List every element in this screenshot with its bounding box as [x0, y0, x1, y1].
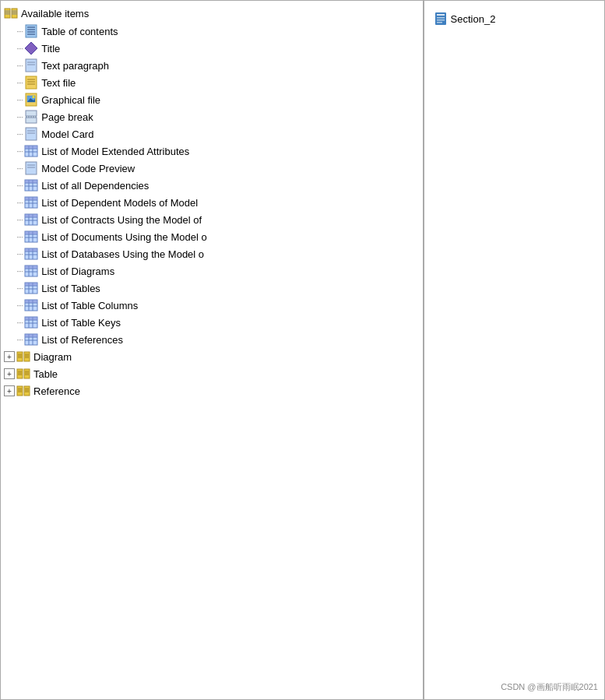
tree-indent-dots: ···· [16, 318, 23, 327]
item-label-reference: Reference [33, 385, 80, 397]
grid-blue-list-table-columns-icon [24, 298, 38, 312]
tree-item-text-paragraph[interactable]: ····Text paragraph [1, 57, 423, 74]
item-label-text-paragraph: Text paragraph [41, 60, 109, 72]
expander-diagram[interactable]: + [4, 351, 15, 362]
tree-indent-dots: ···· [16, 301, 23, 310]
svg-rect-1 [12, 9, 17, 18]
svg-rect-55 [25, 197, 37, 200]
tree-indent-dots: ···· [16, 26, 23, 36]
tree-indent-dots: ···· [16, 283, 23, 293]
doc-lines-table-of-contents-icon [24, 24, 38, 38]
tree-indent-dots: ···· [16, 146, 23, 156]
doc-yellow-text-file-icon [24, 76, 38, 90]
grid-blue-list-tables-icon [24, 281, 38, 295]
tree-item-table[interactable]: +Table [1, 365, 423, 382]
item-label-list-table-columns: List of Table Columns [41, 300, 138, 311]
tree-item-diagram[interactable]: +Diagram [1, 348, 423, 365]
svg-marker-13 [25, 42, 37, 55]
item-label-model-card: Model Card [41, 128, 93, 140]
root-item: Available items [1, 4, 423, 23]
tree-item-list-contracts[interactable]: ····List of Contracts Using the Model of [1, 211, 423, 228]
tree-indent-dots: ···· [16, 44, 23, 53]
item-label-list-diagrams: List of Diagrams [41, 266, 114, 277]
expander-table[interactable]: + [4, 368, 15, 379]
page-break-page-break-icon [24, 110, 38, 124]
item-label-list-tables: List of Tables [41, 283, 100, 294]
svg-rect-113 [24, 369, 30, 378]
svg-rect-67 [25, 231, 37, 234]
svg-rect-103 [25, 334, 37, 337]
svg-rect-61 [25, 214, 37, 217]
item-label-list-references: List of References [41, 334, 123, 346]
grid-blue-list-documents-icon [24, 230, 38, 244]
tree-indent-dots: ···· [16, 266, 23, 276]
tree-item-page-break[interactable]: ····Page break [1, 108, 423, 125]
tree-item-list-documents[interactable]: ····List of Documents Using the Model o [1, 228, 423, 245]
tree-item-list-databases[interactable]: ····List of Databases Using the Model o [1, 245, 423, 262]
tree-item-list-diagrams[interactable]: ····List of Diagrams [1, 262, 423, 280]
svg-rect-26 [26, 118, 37, 123]
tree-item-list-table-keys[interactable]: ····List of Table Keys [1, 314, 423, 331]
tree-indent-dots: ···· [16, 129, 23, 139]
svg-rect-17 [26, 76, 37, 89]
item-label-table: Table [33, 368, 58, 380]
tree-item-list-tables[interactable]: ····List of Tables [1, 280, 423, 297]
item-label-list-table-keys: List of Table Keys [41, 317, 121, 329]
tree-item-list-model-ext-attr[interactable]: ····List of Model Extended Attributes [1, 142, 423, 160]
book-open-icon [4, 6, 18, 20]
grid-blue-list-diagrams-icon [24, 264, 38, 278]
expander-reference[interactable]: + [4, 385, 15, 396]
purple-gem-title-icon [24, 41, 38, 55]
svg-rect-97 [25, 317, 37, 320]
svg-rect-41 [26, 162, 37, 174]
tree-item-model-code-preview[interactable]: ····Model Code Preview [1, 160, 423, 177]
tree-item-title[interactable]: ····Title [1, 40, 423, 57]
section-item[interactable]: Section_2 [431, 10, 598, 27]
item-label-model-code-preview: Model Code Preview [41, 163, 135, 174]
tree-item-reference[interactable]: +Reference [1, 382, 423, 399]
tree-item-graphical-file[interactable]: ····Graphical file [1, 91, 423, 108]
tree-indent-dots: ···· [16, 335, 23, 344]
book-open-icon [16, 384, 30, 398]
svg-point-24 [33, 96, 35, 98]
watermark-text: CSDN @画船听雨眠2021 [501, 681, 598, 693]
item-label-list-dep-models: List of Dependent Models of Model [41, 197, 198, 209]
item-label-title: Title [41, 43, 60, 55]
tree-item-text-file[interactable]: ····Text file [1, 74, 423, 91]
doc-blue-model-code-preview-icon [24, 161, 38, 175]
tree-item-table-of-contents[interactable]: ····Table of contents [1, 23, 423, 40]
item-label-table-of-contents: Table of contents [41, 26, 118, 37]
book-open-icon [16, 367, 30, 381]
item-label-page-break: Page break [41, 111, 93, 123]
tree-item-list-table-columns[interactable]: ····List of Table Columns [1, 297, 423, 314]
tree-item-list-all-deps[interactable]: ····List of all Dependencies [1, 177, 423, 194]
tree-indent-dots: ···· [16, 198, 23, 207]
tree-items-container: ····Table of contents····Title····Text p… [1, 23, 423, 399]
svg-rect-85 [25, 283, 37, 286]
tree-item-model-card[interactable]: ····Model Card [1, 125, 423, 142]
grid-blue-list-table-keys-icon [24, 315, 38, 329]
grid-blue-list-dep-models-icon [24, 195, 38, 209]
doc-blue-model-card-icon [24, 127, 38, 141]
svg-rect-0 [5, 9, 10, 18]
svg-rect-91 [25, 300, 37, 303]
svg-rect-40 [25, 146, 37, 149]
item-label-text-file: Text file [41, 77, 76, 89]
left-panel[interactable]: Available items ····Table of contents···… [1, 1, 424, 699]
svg-rect-105 [24, 352, 30, 361]
section-label: Section_2 [451, 13, 496, 25]
tree-indent-dots: ···· [16, 215, 23, 224]
tree-indent-dots: ···· [16, 61, 23, 70]
svg-rect-104 [17, 352, 23, 361]
right-panel: Section_2 CSDN @画船听雨眠2021 [424, 1, 604, 699]
svg-rect-129 [437, 14, 445, 16]
svg-rect-49 [25, 180, 37, 183]
svg-rect-132 [437, 22, 442, 23]
svg-rect-130 [437, 17, 445, 19]
item-label-list-model-ext-attr: List of Model Extended Attributes [41, 146, 189, 157]
book-open-icon [16, 350, 30, 364]
item-label-list-contracts: List of Contracts Using the Model of [41, 214, 202, 226]
tree-item-list-references[interactable]: ····List of References [1, 331, 423, 348]
svg-rect-120 [17, 386, 23, 396]
tree-item-list-dep-models[interactable]: ····List of Dependent Models of Model [1, 194, 423, 211]
